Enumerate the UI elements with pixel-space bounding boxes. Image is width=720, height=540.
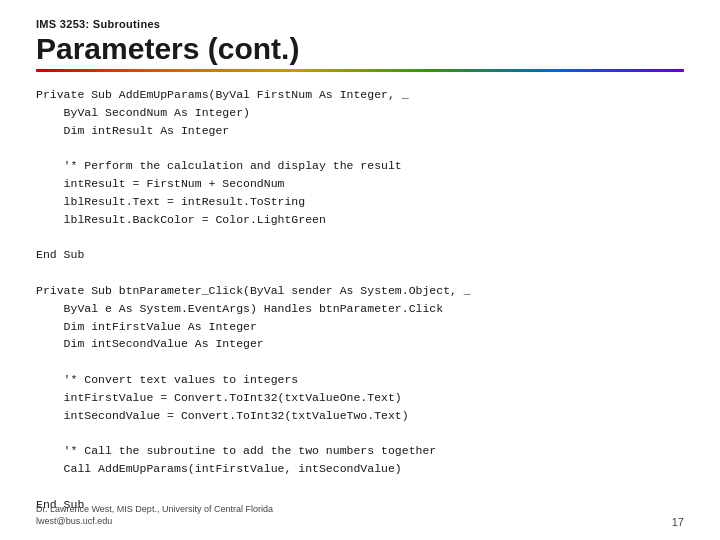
slide: IMS 3253: Subroutines Parameters (cont.)… [0,0,720,540]
subtitle: IMS 3253: Subroutines [36,18,684,30]
page-number: 17 [672,516,684,528]
footer-left: Dr. Lawrence West, MIS Dept., University… [36,503,273,528]
footer: Dr. Lawrence West, MIS Dept., University… [36,503,684,528]
footer-line1: Dr. Lawrence West, MIS Dept., University… [36,503,273,516]
title: Parameters (cont.) [36,32,684,65]
footer-line2: lwest@bus.ucf.edu [36,515,273,528]
code-block: Private Sub AddEmUpParams(ByVal FirstNum… [36,86,684,514]
title-underline [36,69,684,72]
